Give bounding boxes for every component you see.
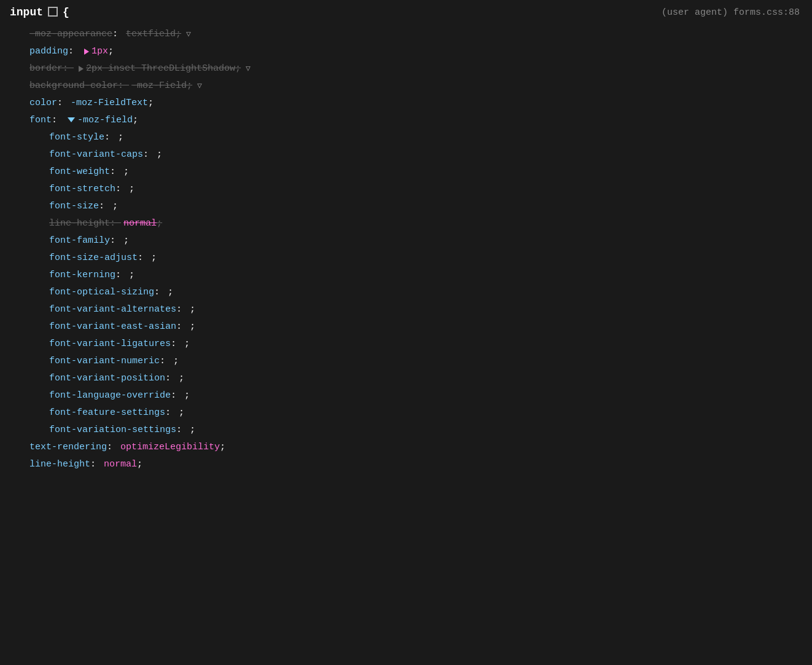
css-prop-value: textfield — [126, 27, 176, 41]
css-property-line: text-rendering : optimizeLegibility ; — [10, 439, 812, 456]
css-properties-body: -moz-appearance : textfield ; ▽ padding … — [0, 25, 812, 474]
css-prop-name: line-height — [49, 216, 110, 230]
source-location[interactable]: (user agent) forms.css:88 — [662, 7, 800, 18]
css-prop-name: font-weight — [49, 165, 110, 179]
css-prop-name: font-variation-settings — [49, 423, 176, 437]
css-prop-value: normal — [123, 216, 157, 230]
css-prop-value: normal — [104, 457, 137, 471]
css-property-line: font-style : ; — [10, 129, 812, 146]
css-rule-header: input { (user agent) forms.css:88 — [0, 0, 812, 25]
css-prop-name: font-size — [49, 199, 99, 213]
css-prop-value: -moz-Field — [131, 79, 187, 93]
css-prop-name: font-variant-ligatures — [49, 337, 171, 351]
css-prop-name: line-height — [29, 457, 90, 471]
css-prop-name: font-kerning — [49, 268, 115, 282]
css-property-line: line-height : normal ; — [10, 456, 812, 473]
css-property-line: font-size : ; — [10, 198, 812, 215]
css-prop-name: color — [29, 96, 57, 110]
filter-icon[interactable]: ▽ — [197, 80, 202, 92]
css-property-line: font-variant-numeric : ; — [10, 353, 812, 370]
css-prop-value: 2px inset ThreeDLightShadow — [86, 61, 235, 76]
expand-arrow-icon[interactable] — [79, 66, 84, 72]
css-prop-name: font-variant-numeric — [49, 354, 160, 368]
expand-arrow-icon[interactable] — [84, 49, 89, 55]
css-property-line: font-kerning : ; — [10, 267, 812, 284]
css-property-line: font : -moz-field ; — [10, 112, 812, 129]
filter-icon[interactable]: ▽ — [186, 28, 191, 41]
css-property-line: line-height : normal ; — [10, 215, 812, 232]
selector-area: input { — [10, 6, 69, 18]
css-selector[interactable]: input — [10, 6, 43, 18]
css-prop-name: font-style — [49, 130, 104, 144]
expand-down-icon[interactable] — [68, 117, 75, 122]
filter-icon[interactable]: ▽ — [246, 63, 251, 75]
open-brace: { — [63, 6, 69, 18]
css-prop-name: font-language-override — [49, 388, 171, 403]
css-prop-name: text-rendering — [29, 440, 107, 454]
css-property-line: padding : 1px ; — [10, 43, 812, 60]
css-property-line: -moz-appearance : textfield ; ▽ — [10, 26, 812, 43]
css-prop-name: border — [29, 61, 63, 76]
css-property-line: font-variant-position : ; — [10, 370, 812, 387]
css-prop-value: -moz-FieldText — [71, 96, 148, 110]
css-property-line: font-variation-settings : ; — [10, 422, 812, 439]
css-panel: input { (user agent) forms.css:88 -moz-a… — [0, 0, 812, 665]
css-property-line: font-variant-alternates : ; — [10, 301, 812, 318]
css-prop-value: optimizeLegibility — [120, 440, 220, 454]
css-prop-value: -moz-field — [77, 113, 133, 127]
css-prop-name: font-variant-east-asian — [49, 320, 176, 334]
css-property-line: background-color : -moz-Field ; ▽ — [10, 77, 812, 95]
css-property-line: font-weight : ; — [10, 163, 812, 181]
css-prop-name: font-variant-alternates — [49, 302, 176, 317]
css-prop-name: font-stretch — [49, 182, 115, 196]
css-property-line: font-language-override : ; — [10, 387, 812, 404]
node-icon[interactable] — [48, 7, 58, 17]
css-prop-name: font-size-adjust — [49, 251, 138, 265]
css-prop-name: font-variant-position — [49, 371, 165, 385]
css-property-line: font-stretch : ; — [10, 181, 812, 198]
css-prop-name: font — [29, 113, 52, 127]
css-property-line: font-variant-caps : ; — [10, 146, 812, 163]
css-prop-name: font-optical-sizing — [49, 285, 154, 299]
css-property-line: font-family : ; — [10, 232, 812, 250]
css-prop-name: font-feature-settings — [49, 406, 165, 420]
css-property-line: font-variant-east-asian : ; — [10, 318, 812, 336]
css-prop-name: padding — [29, 44, 68, 58]
css-property-line: color : -moz-FieldText ; — [10, 95, 812, 112]
css-prop-name: font-family — [49, 234, 110, 248]
css-prop-name: font-variant-caps — [49, 148, 143, 162]
css-property-line: font-feature-settings : ; — [10, 404, 812, 422]
css-prop-name: -moz-appearance — [29, 27, 112, 41]
css-property-line: font-variant-ligatures : ; — [10, 336, 812, 353]
css-property-line: border : 2px inset ThreeDLightShadow ; ▽ — [10, 60, 812, 77]
css-prop-value: 1px — [92, 44, 108, 58]
css-property-line: font-size-adjust : ; — [10, 250, 812, 267]
css-property-line: font-optical-sizing : ; — [10, 284, 812, 301]
css-prop-name: background-color — [29, 79, 118, 93]
